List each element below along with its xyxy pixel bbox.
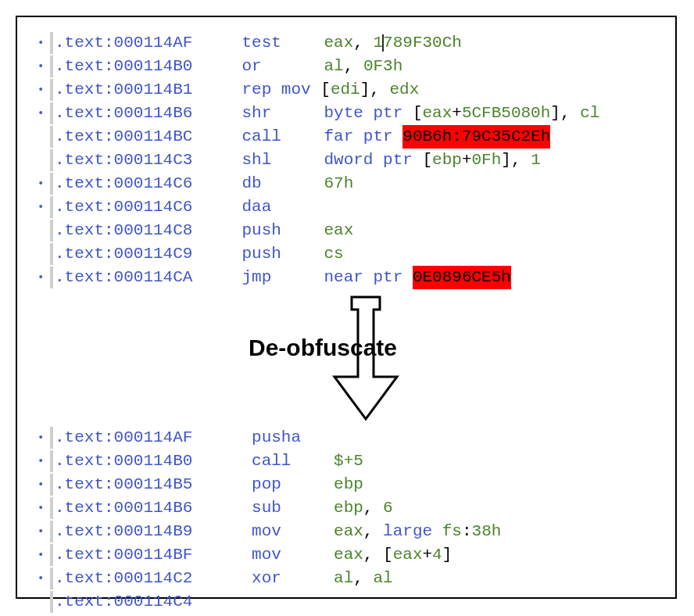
mnemonic: jmp: [241, 266, 324, 289]
deobfuscate-section: De-obfuscate: [38, 289, 675, 426]
gutter-bar: [50, 79, 53, 101]
breakpoint-dot: •: [38, 496, 50, 520]
deobfuscate-label: De-obfuscate: [249, 335, 397, 361]
operand: eax: [422, 102, 452, 125]
address: .text:000114B0: [55, 55, 241, 78]
operand: cl: [580, 102, 599, 125]
operand: :: [462, 520, 472, 543]
gutter-bar: [50, 126, 53, 148]
operand: ,: [353, 567, 373, 590]
frame: •.text:000114AF testeax, 1789F30Ch•.text…: [16, 16, 677, 599]
operand: [: [311, 78, 331, 102]
mnemonic: shl: [241, 149, 324, 172]
address: .text:000114CA: [55, 266, 241, 289]
operand: large: [383, 520, 442, 543]
operand: +: [422, 543, 432, 567]
address: .text:000114C4: [55, 590, 252, 614]
mnemonic: daa: [241, 195, 324, 219]
breakpoint-dot: •: [38, 473, 50, 496]
breakpoint-dot: •: [38, 172, 50, 195]
gutter-bar: [50, 220, 53, 242]
address: .text:000114AF: [55, 31, 241, 55]
mnemonic: test: [241, 31, 324, 55]
mnemonic: call: [252, 449, 334, 473]
disasm-row: •.text:000114B9 moveax, large fs:38h: [38, 520, 675, 543]
disasm-row: .text:000114BC callfar ptr 90B6h:79C35C2…: [38, 125, 675, 149]
operand: 67h: [324, 172, 353, 195]
operand: ebp: [432, 149, 462, 172]
mnemonic: xor: [252, 567, 334, 590]
disasm-row: •.text:000114B0 call$+5: [38, 449, 675, 473]
obfuscated-listing: •.text:000114AF testeax, 1789F30Ch•.text…: [38, 31, 675, 289]
operand: ],: [550, 102, 580, 125]
mnemonic: rep mov: [241, 78, 310, 102]
operand: byte ptr: [324, 102, 412, 125]
gutter-bar: [50, 149, 53, 171]
operand: eax: [324, 31, 353, 55]
address: .text:000114C9: [55, 242, 241, 266]
gutter-bar: [50, 497, 53, 519]
operand: 6: [383, 496, 393, 520]
address: .text:000114B9: [55, 520, 252, 543]
disasm-row: •.text:000114B6 shrbyte ptr [eax+5CFB508…: [38, 102, 675, 125]
mnemonic: db: [241, 172, 324, 195]
operand: cs: [324, 242, 343, 266]
mnemonic: mov: [252, 520, 334, 543]
operand: [: [413, 102, 423, 125]
gutter-bar: [50, 32, 53, 54]
operand: ],: [501, 149, 531, 172]
operand: , [: [363, 543, 393, 567]
gutter-bar: [50, 521, 53, 543]
disasm-row: •.text:000114AF pusha: [38, 426, 675, 449]
breakpoint-dot: •: [38, 567, 50, 590]
operand: al: [373, 567, 392, 590]
operand: edi: [331, 78, 360, 102]
disasm-row: •.text:000114B5 popebp: [38, 473, 675, 496]
gutter-bar: [50, 450, 53, 472]
address: .text:000114C6: [55, 172, 241, 195]
breakpoint-dot: •: [38, 426, 50, 449]
gutter-bar: [50, 427, 53, 449]
mnemonic: push: [241, 219, 324, 242]
disasm-row: •.text:000114CA jmpnear ptr 0E0896CE5h: [38, 266, 675, 289]
operand: al: [324, 55, 343, 78]
operand: fs: [442, 520, 462, 543]
operand: ,: [363, 520, 383, 543]
gutter-bar: [50, 474, 53, 496]
gutter-bar: [50, 196, 53, 218]
disasm-row: •.text:000114C6 db67h: [38, 172, 675, 195]
address: .text:000114BC: [55, 125, 241, 149]
gutter-bar: [50, 173, 53, 195]
operand: 0F3h: [363, 55, 402, 78]
address: .text:000114B5: [55, 473, 252, 496]
operand: ebp: [334, 496, 363, 520]
operand: 38h: [472, 520, 502, 543]
operand: eax: [334, 520, 363, 543]
operand: 1: [531, 149, 541, 172]
operand: 4: [432, 543, 442, 567]
operand: ,: [353, 31, 373, 55]
gutter-bar: [50, 56, 53, 77]
mnemonic: pusha: [252, 426, 334, 449]
operand: [: [422, 149, 432, 172]
operand: 0E0896CE5h: [413, 266, 511, 289]
breakpoint-dot: •: [38, 520, 50, 543]
operand: eax: [393, 543, 423, 567]
disasm-row: •.text:000114B6 subebp, 6: [38, 496, 675, 520]
operand: eax: [334, 543, 363, 567]
gutter-bar: [50, 591, 53, 613]
operand: far ptr: [324, 125, 402, 149]
mnemonic: mov: [252, 543, 334, 567]
operand: eax: [324, 219, 353, 242]
operand: ebp: [334, 473, 363, 496]
address: .text:000114C6: [55, 195, 241, 219]
svg-rect-0: [353, 300, 378, 308]
disasm-row: .text:000114C8 pusheax: [38, 219, 675, 242]
operand: near ptr: [324, 266, 412, 289]
operand: ],: [360, 78, 390, 102]
mnemonic: shr: [241, 102, 324, 125]
mnemonic: pop: [252, 473, 334, 496]
breakpoint-dot: •: [38, 266, 50, 289]
operand: edx: [390, 78, 420, 102]
breakpoint-dot: •: [38, 543, 50, 567]
